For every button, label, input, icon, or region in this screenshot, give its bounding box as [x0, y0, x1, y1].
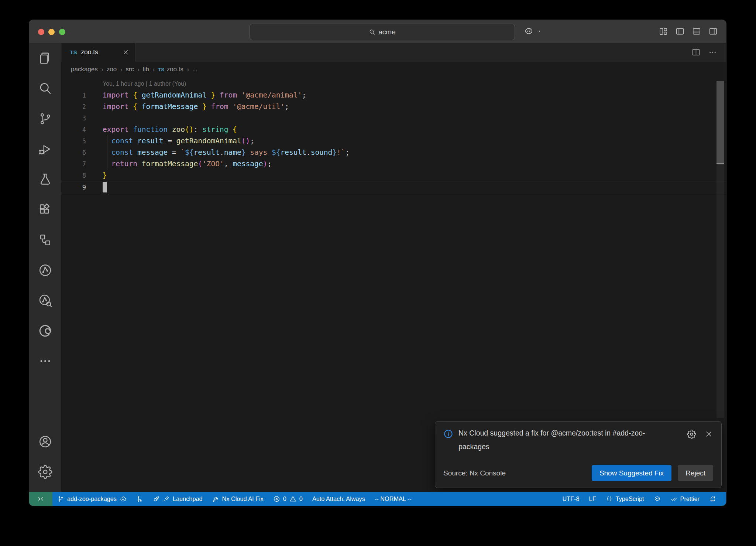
panel-left-icon — [675, 27, 685, 36]
status-item-language[interactable]: TypeScript — [601, 492, 649, 506]
breadcrumb-separator: › — [120, 66, 122, 74]
status-item-label: Launchpad — [173, 495, 203, 502]
status-item-auto-attach[interactable]: Auto Attach: Always — [307, 492, 370, 506]
line-number: 8 — [61, 172, 103, 179]
code-line[interactable]: 4export function zoo(): string { — [61, 124, 726, 135]
line-number: 6 — [61, 149, 103, 156]
extensions-icon — [38, 202, 52, 217]
status-item-git-graph[interactable] — [131, 492, 148, 506]
notification-settings-gear-icon[interactable] — [687, 430, 696, 439]
show-suggested-fix-button[interactable]: Show Suggested Fix — [592, 465, 671, 481]
customize-layout-button[interactable] — [659, 27, 668, 36]
info-icon — [443, 429, 453, 439]
close-window-button[interactable] — [38, 29, 44, 35]
activity-bar-item-edge[interactable] — [29, 315, 61, 346]
reject-button[interactable]: Reject — [678, 465, 713, 481]
status-item-label: Nx Cloud AI Fix — [222, 495, 264, 502]
notification-close-icon[interactable] — [704, 430, 713, 439]
status-item-label: LF — [589, 495, 596, 502]
status-item-launchpad[interactable]: Launchpad — [148, 492, 207, 506]
tab-zoo-ts[interactable]: TS zoo.ts — [62, 43, 135, 62]
breadcrumb-item[interactable]: lib — [143, 66, 149, 73]
breadcrumb-item[interactable]: TSzoo.ts — [158, 66, 183, 73]
run-debug-icon — [38, 142, 52, 156]
search-icon — [369, 29, 375, 35]
status-item-eol[interactable]: LF — [584, 492, 601, 506]
remote-icon — [37, 495, 45, 503]
wrench-icon — [212, 495, 219, 502]
command-center-search[interactable]: acme — [250, 24, 515, 40]
panel-left-button[interactable] — [675, 27, 685, 36]
plug-icon — [163, 495, 170, 502]
breadcrumb-item[interactable]: packages — [71, 66, 98, 73]
code-line[interactable]: 7 return formatMessage('ZOO', message); — [61, 158, 726, 170]
copilot-menu[interactable] — [524, 20, 542, 43]
account-icon — [38, 434, 52, 449]
status-item-problems[interactable]: 00 — [268, 492, 307, 506]
activity-bar-item-settings[interactable] — [29, 457, 61, 487]
status-item-copilot[interactable] — [649, 492, 666, 506]
status-item-vim-mode[interactable]: -- NORMAL -- — [370, 492, 416, 506]
activity-bar-item-search[interactable] — [29, 73, 61, 103]
code-line[interactable]: 8} — [61, 170, 726, 181]
breadcrumb-item[interactable]: ... — [192, 66, 197, 73]
tab-close-icon[interactable] — [122, 49, 129, 56]
breadcrumb-item[interactable]: zoo — [107, 66, 117, 73]
status-item-notifications[interactable] — [704, 492, 721, 506]
status-item-prettier[interactable]: Prettier — [666, 492, 704, 506]
activity-bar-item-run-debug[interactable] — [29, 134, 61, 164]
line-number: 2 — [61, 103, 103, 110]
nx-workspace-icon — [38, 233, 52, 247]
activity-bar-item-nx-workspace[interactable] — [29, 225, 61, 255]
activity-bar-item-nx-console[interactable] — [29, 255, 61, 285]
activity-bar-item-source-control[interactable] — [29, 103, 61, 134]
code-line[interactable]: 9 — [61, 181, 726, 193]
activity-bar-item-more[interactable] — [29, 346, 61, 376]
testing-icon — [38, 172, 52, 187]
code-line[interactable]: 6 const message = `${result.name} says $… — [61, 147, 726, 158]
activity-bar-item-files[interactable] — [29, 43, 61, 73]
title-bar[interactable]: acme — [29, 20, 726, 43]
panel-right-icon — [708, 27, 718, 36]
git-branch-icon — [57, 495, 64, 502]
tab-label: zoo.ts — [81, 48, 98, 56]
code-line[interactable]: 5 const result = getRandomAnimal(); — [61, 135, 726, 147]
status-item-git-branch[interactable]: add-zoo-packages — [52, 492, 131, 506]
activity-bar-item-testing[interactable] — [29, 164, 61, 194]
minimize-window-button[interactable] — [48, 29, 55, 35]
status-item-label: add-zoo-packages — [67, 495, 117, 502]
code-line[interactable]: 3 — [61, 112, 726, 124]
chevron-down-icon — [536, 29, 542, 34]
code-line[interactable]: 1import { getRandomAnimal } from '@acme/… — [61, 89, 726, 101]
scrollbar-thumb[interactable] — [717, 81, 724, 164]
breadcrumb-separator: › — [101, 66, 103, 74]
activity-bar-item-account[interactable] — [29, 426, 61, 457]
activity-bar-item-nx-cloud[interactable] — [29, 285, 61, 315]
tab-strip: TS zoo.ts — [61, 43, 726, 62]
status-item-label: Prettier — [680, 495, 700, 502]
typescript-file-icon: TS — [70, 49, 77, 55]
breadcrumb-item[interactable]: src — [126, 66, 134, 73]
editor-more-actions-icon[interactable] — [708, 48, 717, 57]
search-value: acme — [378, 28, 395, 36]
copilot-icon — [524, 27, 534, 37]
line-number: 9 — [61, 184, 103, 191]
scrollbar-cursor-marker — [717, 163, 724, 164]
activity-bar — [29, 43, 61, 492]
zoom-window-button[interactable] — [59, 29, 65, 35]
code-line[interactable]: 2import { formatMessage } from '@acme/ut… — [61, 101, 726, 112]
panel-bottom-button[interactable] — [692, 27, 701, 36]
git-graph-icon — [136, 495, 143, 502]
status-item-label: TypeScript — [616, 495, 644, 502]
split-editor-icon[interactable] — [691, 48, 701, 57]
status-item-encoding[interactable]: UTF-8 — [557, 492, 584, 506]
remote-indicator[interactable] — [29, 492, 52, 506]
status-item-nx-cloud-ai-fix[interactable]: Nx Cloud AI Fix — [207, 492, 268, 506]
panel-right-button[interactable] — [708, 27, 718, 36]
breadcrumb-separator: › — [152, 66, 155, 74]
notification-toast: Nx Cloud suggested a fix for @acme/zoo:t… — [435, 421, 722, 488]
notification-source: Source: Nx Console — [443, 469, 506, 477]
breadcrumb-separator: › — [137, 66, 140, 74]
activity-bar-item-extensions[interactable] — [29, 194, 61, 225]
nx-cloud-icon — [38, 293, 52, 308]
